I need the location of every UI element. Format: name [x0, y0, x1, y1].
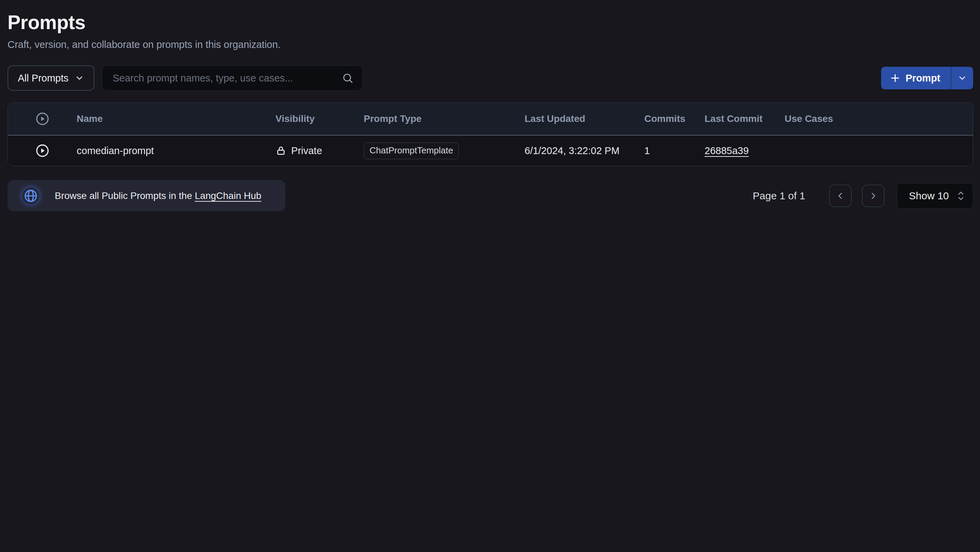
last-commit-link[interactable]: 26885a39 [705, 145, 749, 156]
search-box [102, 65, 363, 91]
previous-page-button[interactable] [829, 185, 852, 207]
search-input[interactable] [113, 73, 342, 84]
filter-label: All Prompts [18, 73, 68, 84]
globe-icon [22, 188, 39, 204]
prompts-table: Name Visibility Prompt Type Last Updated… [8, 102, 973, 166]
column-header-commits: Commits [644, 113, 705, 124]
footer-row: Browse all Public Prompts in the LangCha… [8, 180, 973, 211]
table-header-row: Name Visibility Prompt Type Last Updated… [8, 103, 973, 136]
column-header-last-updated: Last Updated [525, 113, 644, 124]
column-header-name: Name [76, 113, 275, 124]
new-prompt-menu-button[interactable] [951, 67, 973, 89]
page-title: Prompts [8, 11, 973, 34]
prompt-type-badge: ChatPromptTemplate [364, 142, 459, 159]
column-header-use-cases: Use Cases [784, 113, 973, 124]
page-status: Page 1 of 1 [753, 190, 805, 202]
visibility-cell: Private [275, 145, 364, 156]
page-size-select[interactable]: Show 10 [897, 183, 973, 209]
page-size-label: Show 10 [909, 190, 949, 202]
open-in-playground-button[interactable] [8, 143, 76, 158]
prompts-page: Prompts Craft, version, and collaborate … [0, 0, 980, 211]
prompt-name[interactable]: comedian-prompt [76, 145, 275, 156]
column-header-last-commit: Last Commit [705, 113, 784, 124]
langchain-hub-link[interactable]: LangChain Hub [195, 190, 261, 201]
toolbar-right: Prompt [881, 67, 974, 89]
chevron-down-icon [958, 73, 967, 83]
table-row[interactable]: comedian-prompt Private ChatPromptTempla… [8, 136, 973, 166]
new-prompt-button[interactable]: Prompt [881, 67, 951, 89]
column-header-visibility: Visibility [275, 113, 364, 124]
commits-count: 1 [644, 145, 705, 156]
prompt-type-cell: ChatPromptTemplate [364, 142, 525, 159]
up-down-chevrons-icon [956, 190, 965, 202]
toolbar: All Prompts Prompt [8, 65, 973, 91]
chevron-right-icon [868, 191, 878, 201]
column-header-prompt-type: Prompt Type [364, 113, 525, 124]
last-updated-value: 6/1/2024, 3:22:02 PM [525, 145, 644, 156]
chevron-down-icon [75, 73, 84, 83]
new-prompt-label: Prompt [906, 73, 941, 84]
playground-column-icon [8, 111, 76, 126]
pagination: Page 1 of 1 Show 10 [753, 183, 973, 209]
search-icon [342, 72, 353, 84]
hub-banner-text: Browse all Public Prompts in the LangCha… [55, 190, 261, 201]
visibility-value: Private [291, 145, 322, 156]
langchain-hub-banner: Browse all Public Prompts in the LangCha… [8, 180, 285, 211]
new-prompt-split-button: Prompt [881, 67, 974, 89]
next-page-button[interactable] [862, 185, 885, 207]
plus-icon [890, 73, 900, 83]
page-subtitle: Craft, version, and collaborate on promp… [8, 39, 973, 50]
lock-icon [275, 145, 286, 156]
chevron-left-icon [835, 191, 846, 201]
prompts-filter-dropdown[interactable]: All Prompts [8, 65, 94, 91]
hub-banner-prefix: Browse all Public Prompts in the [55, 190, 195, 201]
